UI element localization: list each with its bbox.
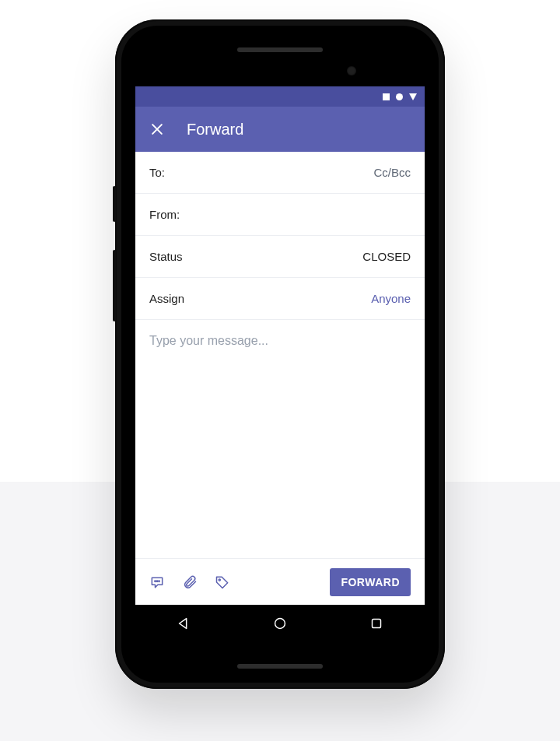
phone-side-button: [113, 250, 116, 321]
status-triangle-icon: [409, 93, 417, 100]
status-label: Status: [149, 250, 183, 263]
svg-point-6: [275, 619, 285, 629]
status-row[interactable]: Status CLOSED: [135, 236, 425, 278]
nav-home-button[interactable]: [271, 615, 289, 632]
android-status-bar: [135, 86, 425, 107]
svg-point-3: [156, 581, 157, 581]
assign-row[interactable]: Assign Anyone: [135, 278, 425, 320]
from-label: From:: [149, 208, 180, 221]
phone-inner: Forward To: Cc/Bcc From: Status CLOSED A…: [121, 26, 439, 683]
app-title: Forward: [187, 121, 243, 139]
phone-speaker: [237, 664, 323, 669]
compose-toolbar: FORWARD: [135, 558, 425, 605]
circle-home-icon: [271, 615, 289, 632]
close-button[interactable]: [149, 121, 165, 137]
compose-content: To: Cc/Bcc From: Status CLOSED Assign An…: [135, 152, 425, 605]
message-input[interactable]: [149, 334, 411, 418]
tag-icon: [215, 574, 230, 590]
svg-point-4: [159, 581, 159, 581]
close-icon: [149, 121, 165, 137]
chat-bubble-icon: [149, 574, 165, 590]
svg-point-2: [155, 581, 156, 581]
attachment-button[interactable]: [182, 574, 198, 590]
phone-camera: [347, 66, 356, 76]
tag-button[interactable]: [215, 574, 230, 590]
status-square-icon: [383, 93, 390, 100]
to-row[interactable]: To: Cc/Bcc: [135, 152, 425, 194]
from-row[interactable]: From:: [135, 194, 425, 236]
svg-rect-7: [373, 620, 381, 628]
forward-button[interactable]: FORWARD: [330, 568, 411, 596]
square-recent-icon: [368, 615, 385, 632]
assign-label: Assign: [149, 292, 184, 305]
app-bar: Forward: [135, 107, 425, 152]
status-circle-icon: [396, 93, 403, 100]
phone-side-button: [113, 186, 116, 222]
phone-speaker: [237, 47, 323, 52]
nav-back-button[interactable]: [175, 615, 192, 632]
phone-frame: Forward To: Cc/Bcc From: Status CLOSED A…: [115, 19, 445, 689]
canned-response-button[interactable]: [149, 574, 165, 590]
svg-point-5: [219, 579, 220, 581]
status-value: CLOSED: [362, 250, 411, 263]
toolbar-icons: [149, 574, 230, 590]
ccbcc-toggle[interactable]: Cc/Bcc: [373, 166, 411, 179]
triangle-back-icon: [175, 615, 192, 632]
assign-value[interactable]: Anyone: [371, 292, 411, 305]
paperclip-icon: [182, 574, 198, 590]
to-label: To:: [149, 166, 165, 179]
message-area: [135, 320, 425, 558]
screen: Forward To: Cc/Bcc From: Status CLOSED A…: [135, 86, 425, 642]
android-nav-bar: [135, 605, 425, 642]
nav-recent-button[interactable]: [368, 615, 385, 632]
